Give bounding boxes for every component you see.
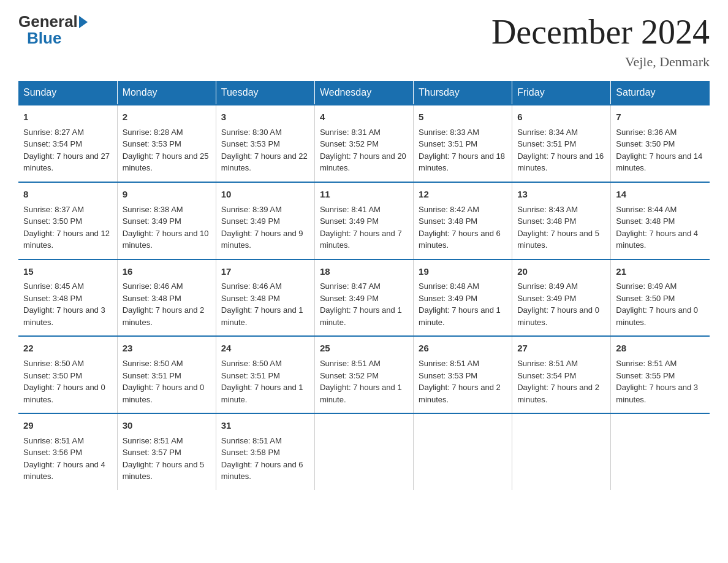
day-info: Sunrise: 8:43 AMSunset: 3:48 PMDaylight:… [517,204,605,251]
day-info: Sunrise: 8:50 AMSunset: 3:51 PMDaylight:… [221,358,309,405]
day-info: Sunrise: 8:46 AMSunset: 3:48 PMDaylight:… [123,280,211,328]
calendar-week-row: 22Sunrise: 8:50 AMSunset: 3:50 PMDayligh… [18,336,710,413]
table-row: 26Sunrise: 8:51 AMSunset: 3:53 PMDayligh… [414,336,512,413]
location-text: Vejle, Denmark [491,54,710,70]
day-info: Sunrise: 8:45 AMSunset: 3:48 PMDaylight:… [23,280,112,328]
col-sunday: Sunday [18,81,117,105]
col-wednesday: Wednesday [314,81,413,105]
table-row: 24Sunrise: 8:50 AMSunset: 3:51 PMDayligh… [216,336,314,413]
table-row: 15Sunrise: 8:45 AMSunset: 3:48 PMDayligh… [18,259,117,337]
table-row: 3Sunrise: 8:30 AMSunset: 3:53 PMDaylight… [216,105,314,182]
day-info: Sunrise: 8:42 AMSunset: 3:48 PMDaylight:… [419,204,507,251]
day-number: 18 [320,265,408,278]
day-info: Sunrise: 8:51 AMSunset: 3:57 PMDaylight:… [123,435,211,483]
day-info: Sunrise: 8:31 AMSunset: 3:52 PMDaylight:… [320,126,408,174]
table-row: 14Sunrise: 8:44 AMSunset: 3:48 PMDayligh… [611,182,710,259]
col-tuesday: Tuesday [216,81,314,105]
table-row [414,413,512,490]
table-row: 28Sunrise: 8:51 AMSunset: 3:55 PMDayligh… [611,336,710,413]
day-number: 28 [616,342,705,355]
day-number: 29 [23,419,112,432]
day-info: Sunrise: 8:47 AMSunset: 3:49 PMDaylight:… [320,280,408,328]
day-number: 8 [23,188,112,201]
page-header: General Blue December 2024 Vejle, Denmar… [18,12,710,70]
day-number: 2 [123,110,211,124]
table-row: 2Sunrise: 8:28 AMSunset: 3:53 PMDaylight… [117,105,216,182]
day-info: Sunrise: 8:34 AMSunset: 3:51 PMDaylight:… [517,126,605,174]
day-number: 31 [221,419,309,432]
header-row: Sunday Monday Tuesday Wednesday Thursday… [18,81,710,105]
day-info: Sunrise: 8:51 AMSunset: 3:58 PMDaylight:… [221,435,309,483]
day-number: 27 [517,342,605,355]
table-row: 13Sunrise: 8:43 AMSunset: 3:48 PMDayligh… [512,182,611,259]
day-number: 20 [517,265,605,278]
calendar-body: 1Sunrise: 8:27 AMSunset: 3:54 PMDaylight… [18,105,710,490]
title-block: December 2024 Vejle, Denmark [491,12,710,70]
day-number: 12 [419,188,507,201]
day-info: Sunrise: 8:51 AMSunset: 3:55 PMDaylight:… [616,358,705,405]
table-row: 30Sunrise: 8:51 AMSunset: 3:57 PMDayligh… [117,413,216,490]
day-info: Sunrise: 8:39 AMSunset: 3:49 PMDaylight:… [221,204,309,251]
table-row: 1Sunrise: 8:27 AMSunset: 3:54 PMDaylight… [18,105,117,182]
day-info: Sunrise: 8:49 AMSunset: 3:50 PMDaylight:… [616,280,705,328]
table-row: 16Sunrise: 8:46 AMSunset: 3:48 PMDayligh… [117,259,216,337]
day-info: Sunrise: 8:50 AMSunset: 3:51 PMDaylight:… [123,358,211,405]
logo-arrow-icon [79,16,88,28]
day-number: 5 [419,110,507,124]
day-number: 14 [616,188,705,201]
table-row: 22Sunrise: 8:50 AMSunset: 3:50 PMDayligh… [18,336,117,413]
calendar-table: Sunday Monday Tuesday Wednesday Thursday… [18,81,710,490]
day-info: Sunrise: 8:36 AMSunset: 3:50 PMDaylight:… [616,126,705,174]
table-row: 10Sunrise: 8:39 AMSunset: 3:49 PMDayligh… [216,182,314,259]
table-row: 29Sunrise: 8:51 AMSunset: 3:56 PMDayligh… [18,413,117,490]
table-row: 27Sunrise: 8:51 AMSunset: 3:54 PMDayligh… [512,336,611,413]
day-info: Sunrise: 8:41 AMSunset: 3:49 PMDaylight:… [320,204,408,251]
table-row: 6Sunrise: 8:34 AMSunset: 3:51 PMDaylight… [512,105,611,182]
day-number: 30 [123,419,211,432]
day-number: 13 [517,188,605,201]
table-row: 12Sunrise: 8:42 AMSunset: 3:48 PMDayligh… [414,182,512,259]
day-info: Sunrise: 8:51 AMSunset: 3:52 PMDaylight:… [320,358,408,405]
day-number: 24 [221,342,309,355]
day-info: Sunrise: 8:51 AMSunset: 3:54 PMDaylight:… [517,358,605,405]
table-row: 21Sunrise: 8:49 AMSunset: 3:50 PMDayligh… [611,259,710,337]
col-saturday: Saturday [611,81,710,105]
col-friday: Friday [512,81,611,105]
table-row [314,413,413,490]
day-number: 3 [221,110,309,124]
day-number: 25 [320,342,408,355]
day-number: 17 [221,265,309,278]
table-row: 20Sunrise: 8:49 AMSunset: 3:49 PMDayligh… [512,259,611,337]
day-info: Sunrise: 8:44 AMSunset: 3:48 PMDaylight:… [616,204,705,251]
day-number: 26 [419,342,507,355]
table-row: 9Sunrise: 8:38 AMSunset: 3:49 PMDaylight… [117,182,216,259]
day-number: 21 [616,265,705,278]
day-info: Sunrise: 8:27 AMSunset: 3:54 PMDaylight:… [23,126,112,174]
table-row: 23Sunrise: 8:50 AMSunset: 3:51 PMDayligh… [117,336,216,413]
day-info: Sunrise: 8:50 AMSunset: 3:50 PMDaylight:… [23,358,112,405]
day-number: 7 [616,110,705,124]
day-number: 11 [320,188,408,201]
table-row: 31Sunrise: 8:51 AMSunset: 3:58 PMDayligh… [216,413,314,490]
day-info: Sunrise: 8:51 AMSunset: 3:56 PMDaylight:… [23,435,112,483]
table-row: 18Sunrise: 8:47 AMSunset: 3:49 PMDayligh… [314,259,413,337]
day-number: 23 [123,342,211,355]
table-row: 17Sunrise: 8:46 AMSunset: 3:48 PMDayligh… [216,259,314,337]
table-row: 25Sunrise: 8:51 AMSunset: 3:52 PMDayligh… [314,336,413,413]
table-row: 8Sunrise: 8:37 AMSunset: 3:50 PMDaylight… [18,182,117,259]
table-row: 19Sunrise: 8:48 AMSunset: 3:49 PMDayligh… [414,259,512,337]
day-info: Sunrise: 8:51 AMSunset: 3:53 PMDaylight:… [419,358,507,405]
table-row [611,413,710,490]
day-number: 9 [123,188,211,201]
calendar-week-row: 29Sunrise: 8:51 AMSunset: 3:56 PMDayligh… [18,413,710,490]
table-row: 11Sunrise: 8:41 AMSunset: 3:49 PMDayligh… [314,182,413,259]
day-number: 6 [517,110,605,124]
day-number: 10 [221,188,309,201]
day-info: Sunrise: 8:28 AMSunset: 3:53 PMDaylight:… [123,126,211,174]
table-row [512,413,611,490]
calendar-week-row: 15Sunrise: 8:45 AMSunset: 3:48 PMDayligh… [18,259,710,337]
day-info: Sunrise: 8:37 AMSunset: 3:50 PMDaylight:… [23,204,112,251]
day-number: 22 [23,342,112,355]
day-info: Sunrise: 8:38 AMSunset: 3:49 PMDaylight:… [123,204,211,251]
calendar-week-row: 1Sunrise: 8:27 AMSunset: 3:54 PMDaylight… [18,105,710,182]
